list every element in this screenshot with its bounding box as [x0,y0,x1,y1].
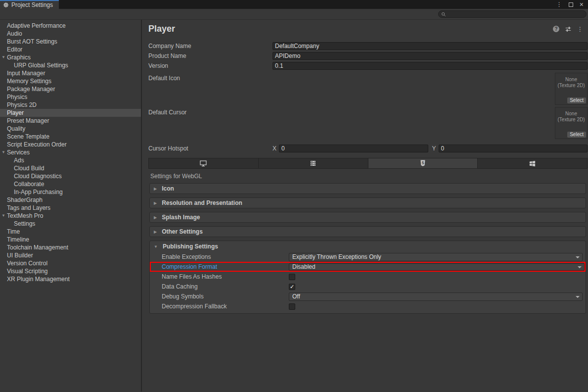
sidebar-item-in-app-purchasing[interactable]: In-App Purchasing [0,188,141,196]
sidebar-item-label: Ads [14,157,24,164]
hotspot-x: X [272,145,428,152]
platform-tab-desktop[interactable] [148,158,258,169]
section-header-icon[interactable]: ▶Icon [149,183,586,194]
platform-tab-windows[interactable] [477,158,588,169]
section-header-other-settings[interactable]: ▶Other Settings [149,226,586,237]
sidebar-item-scene-template[interactable]: Scene Template [0,133,141,141]
hotspot-y-field[interactable] [439,145,588,152]
sidebar-item-preset-manager[interactable]: Preset Manager [0,117,141,125]
name-files-as-hashes-checkbox[interactable] [289,274,295,280]
default-icon-texture-well[interactable]: None (Texture 2D) Select [555,73,588,105]
publishing-settings-title: Publishing Settings [163,243,218,250]
data-caching-checkbox[interactable]: ✓ [289,284,295,290]
sidebar-item-input-manager[interactable]: Input Manager [0,69,141,77]
sidebar-item-tags-and-layers[interactable]: Tags and Layers [0,204,141,212]
sidebar-item-script-execution-order[interactable]: Script Execution Order [0,141,141,148]
sidebar-item-cloud-build[interactable]: Cloud Build [0,164,141,172]
compression-format-dropdown[interactable]: Disabled [289,263,585,271]
project-settings-window: Project Settings ⋮ × Adaptive Performanc… [0,0,588,392]
sidebar-item-player[interactable]: Player [0,109,141,117]
window-maximize-icon[interactable] [569,2,573,7]
sidebar-item-settings[interactable]: Settings [0,220,141,228]
search-box[interactable] [438,10,587,18]
window-tab-project-settings[interactable]: Project Settings [0,0,59,9]
sidebar-item-quality[interactable]: Quality [0,125,141,133]
sidebar-item-package-manager[interactable]: Package Manager [0,85,141,93]
sidebar-item-graphics[interactable]: ▼Graphics [0,53,141,61]
section-header-splash-image[interactable]: ▶Splash Image [149,212,586,223]
sidebar-item-audio[interactable]: Audio [0,30,141,38]
setting-row-decompression-fallback: Decompression Fallback [150,301,586,311]
sidebar-item-label: Cloud Diagnostics [14,173,62,180]
decompression-fallback-checkbox[interactable] [289,303,295,310]
expander-icon[interactable]: ▼ [1,212,5,220]
search-input[interactable] [448,11,584,17]
hotspot-x-field[interactable] [279,145,428,152]
body: Adaptive PerformanceAudioBurst AOT Setti… [0,20,588,392]
sidebar-item-label: In-App Purchasing [14,189,63,196]
presets-icon[interactable] [565,26,572,33]
default-cursor-row: Default Cursor None (Texture 2D) Select [148,107,588,141]
publishing-rows-mount: Enable ExceptionsExplicitly Thrown Excep… [150,252,586,311]
sidebar-item-shadergraph[interactable]: ShaderGraph [0,196,141,204]
sidebar-item-services[interactable]: ▼Services [0,148,141,156]
company-name-field[interactable] [272,42,588,50]
sidebar-item-label: Visual Scripting [7,268,48,275]
window-close-icon[interactable]: × [580,1,584,8]
expander-icon[interactable]: ▼ [1,53,5,61]
default-cursor-texture-well[interactable]: None (Texture 2D) Select [555,107,588,139]
sidebar-item-cloud-diagnostics[interactable]: Cloud Diagnostics [0,172,141,180]
sidebar-item-label: Script Execution Order [7,141,67,148]
collapsed-sections-mount: ▶Icon▶Resolution and Presentation▶Splash… [149,183,586,237]
sidebar-item-label: Burst AOT Settings [7,38,57,45]
sidebar-item-toolchain-management[interactable]: Toolchain Management [0,244,141,251]
setting-row-data-caching: Data Caching✓ [150,282,586,292]
chevron-right-icon: ▶ [154,230,157,234]
sidebar-item-burst-aot-settings[interactable]: Burst AOT Settings [0,38,141,46]
version-field[interactable] [272,62,588,70]
sidebar-item-ui-builder[interactable]: UI Builder [0,251,141,259]
sidebar-item-urp-global-settings[interactable]: URP Global Settings [0,61,141,69]
sidebar-item-visual-scripting[interactable]: Visual Scripting [0,267,141,275]
section-header-resolution-and-presentation[interactable]: ▶Resolution and Presentation [149,197,586,208]
publishing-settings-header[interactable]: ▼ Publishing Settings [150,241,586,252]
svg-text:5: 5 [422,160,424,165]
chevron-down-icon [576,256,580,258]
sidebar-item-physics[interactable]: Physics [0,93,141,101]
sidebar-item-memory-settings[interactable]: Memory Settings [0,77,141,85]
setting-row-debug-symbols: Debug SymbolsOff [150,292,586,301]
help-icon[interactable]: ? [553,26,559,32]
sidebar-item-ads[interactable]: Ads [0,156,141,164]
publishing-settings-section: ▼ Publishing Settings Enable ExceptionsE… [149,241,586,314]
product-name-field[interactable] [272,52,588,60]
sidebar-item-version-control[interactable]: Version Control [0,259,141,267]
sidebar-item-label: Memory Settings [7,78,51,85]
chevron-down-icon [576,296,580,298]
sidebar-item-textmesh-pro[interactable]: ▼TextMesh Pro [0,212,141,220]
select-button[interactable]: Select [567,132,586,138]
window-controls: ⋮ × [556,0,588,9]
setting-control [289,274,583,280]
sidebar-item-label: Physics [7,94,27,100]
sidebar-item-timeline[interactable]: Timeline [0,236,141,244]
setting-label: Name Files As Hashes [162,273,289,280]
platform-tab-server[interactable] [258,158,368,169]
enable-exceptions-dropdown[interactable]: Explicitly Thrown Exceptions Only [289,253,583,261]
sidebar-item-label: Package Manager [7,86,55,93]
sidebar-item-physics-2d[interactable]: Physics 2D [0,101,141,109]
sidebar-item-editor[interactable]: Editor [0,46,141,53]
setting-control: Disabled [289,263,585,271]
debug-symbols-dropdown[interactable]: Off [289,293,583,301]
platform-tab-webgl[interactable]: 5 [368,158,478,169]
sidebar-item-adaptive-performance[interactable]: Adaptive Performance [0,22,141,30]
version-label: Version [148,62,272,69]
sidebar-item-collaborate[interactable]: Collaborate [0,180,141,188]
expander-icon[interactable]: ▼ [1,148,5,156]
panel-menu-icon[interactable]: ⋮ [577,26,583,32]
select-button[interactable]: Select [567,98,586,103]
sidebar-item-time[interactable]: Time [0,228,141,236]
sidebar-item-label: Services [7,149,30,156]
window-menu-icon[interactable]: ⋮ [556,1,562,7]
sidebar-item-xr-plugin-management[interactable]: XR Plugin Management [0,275,141,283]
sidebar-item-label: Adaptive Performance [7,22,66,29]
